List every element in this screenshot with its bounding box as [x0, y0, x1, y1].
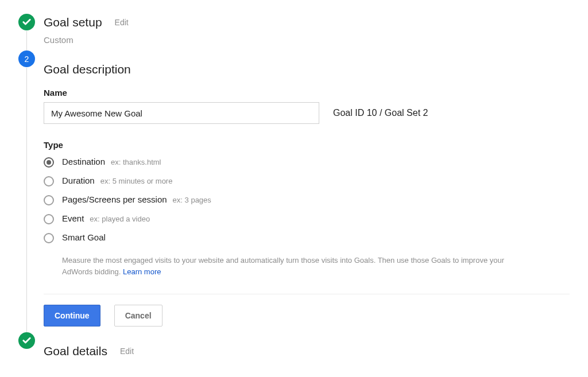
continue-button[interactable]: Continue [44, 305, 100, 327]
learn-more-link[interactable]: Learn more [123, 267, 161, 276]
radio-label: Pages/Screens per session [62, 195, 167, 204]
radio-label: Destination [62, 157, 105, 166]
step-title: Goal setup [44, 15, 102, 29]
step-title: Goal description [44, 63, 131, 76]
step-goal-description: 2 Goal description Name Goal ID 10 / Goa… [18, 50, 570, 332]
radio-hint: ex: thanks.html [111, 158, 161, 166]
radio-hint: ex: 5 minutes or more [100, 177, 173, 185]
edit-link[interactable]: Edit [115, 18, 129, 27]
divider [44, 294, 570, 294]
goal-name-input[interactable] [44, 102, 319, 124]
radio-pages-per-session[interactable]: Pages/Screens per session ex: 3 pages [44, 195, 570, 205]
radio-hint: ex: 3 pages [173, 196, 211, 204]
type-label: Type [44, 140, 570, 150]
smart-goal-description: Measure the most engaged visits to your … [62, 255, 533, 278]
step-goal-details: Goal details Edit [18, 332, 570, 365]
step-title: Goal details [44, 344, 107, 358]
goal-id-info: Goal ID 10 / Goal Set 2 [333, 108, 428, 118]
radio-smart-goal[interactable]: Smart Goal [44, 232, 570, 243]
step-subtitle: Custom [44, 35, 570, 45]
radio-icon[interactable] [44, 195, 54, 205]
name-label: Name [44, 88, 570, 98]
check-icon [18, 332, 35, 349]
radio-icon[interactable] [44, 157, 54, 168]
check-icon [18, 14, 35, 30]
radio-icon[interactable] [44, 176, 54, 186]
radio-label: Smart Goal [62, 232, 106, 242]
radio-icon[interactable] [44, 214, 54, 224]
radio-label: Duration [62, 176, 95, 185]
cancel-button[interactable]: Cancel [114, 305, 163, 327]
type-radio-group: Destination ex: thanks.html Duration ex:… [44, 157, 570, 278]
step-number-badge: 2 [18, 50, 35, 67]
step-goal-setup: Goal setup Edit Custom [18, 14, 570, 50]
radio-duration[interactable]: Duration ex: 5 minutes or more [44, 176, 570, 186]
radio-destination[interactable]: Destination ex: thanks.html [44, 157, 570, 168]
edit-link[interactable]: Edit [120, 347, 134, 356]
radio-event[interactable]: Event ex: played a video [44, 213, 570, 224]
radio-hint: ex: played a video [90, 215, 150, 223]
radio-icon[interactable] [44, 233, 54, 243]
radio-label: Event [62, 213, 84, 223]
